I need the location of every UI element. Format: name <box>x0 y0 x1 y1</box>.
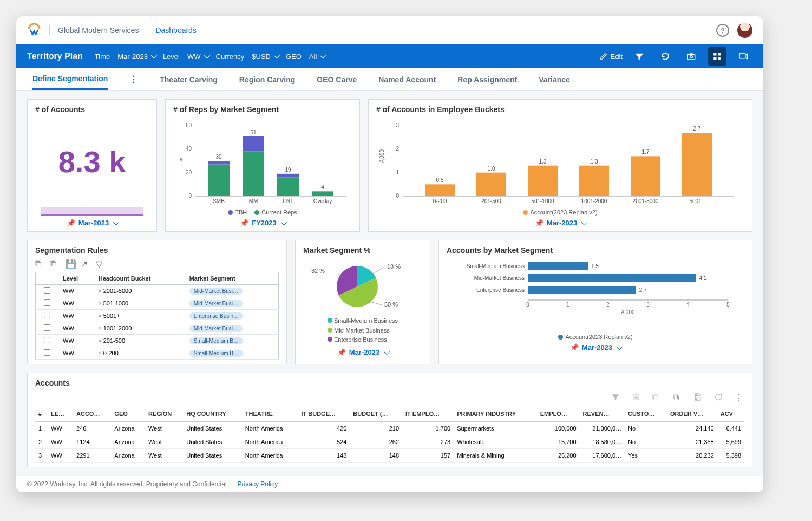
svg-rect-63 <box>528 274 696 282</box>
edit-label: Edit <box>611 53 623 61</box>
svg-text:MM: MM <box>249 198 258 204</box>
svg-text:2: 2 <box>606 302 610 308</box>
accounts-table: #LE…ACCO…GEOREGIONHQ COUNTRYTHEATREIT BU… <box>35 406 744 463</box>
svg-text:1.0: 1.0 <box>488 166 495 172</box>
grid-view-icon[interactable] <box>708 47 726 66</box>
table-row[interactable]: 1WW246ArizonaWestUnited StatesNorth Amer… <box>35 422 744 435</box>
svg-rect-41 <box>528 166 558 196</box>
tab-theater-carving[interactable]: Theater Carving <box>160 70 218 89</box>
breadcrumb-dashboards[interactable]: Dashboards <box>155 26 197 35</box>
footer-privacy-link[interactable]: Privacy Policy <box>238 480 278 488</box>
avatar[interactable] <box>737 23 752 38</box>
row-checkbox[interactable] <box>44 299 50 306</box>
acct-export-icon[interactable] <box>632 393 641 402</box>
acct-save-icon[interactable] <box>693 393 703 402</box>
filter-level[interactable]: WW <box>187 53 208 61</box>
svg-rect-14 <box>208 161 230 165</box>
tabs: Define Segmentation ⋮ Theater Carving Re… <box>16 68 763 91</box>
card-buckets-title: # of Accounts in Employee Buckets <box>376 105 744 114</box>
seg-tool-2-icon[interactable]: ⧉ <box>50 259 60 269</box>
acct-tool3-icon[interactable]: ⧉ <box>652 393 662 402</box>
svg-text:20: 20 <box>186 170 192 175</box>
tab-rep-assignment[interactable]: Rep Assignment <box>457 70 517 89</box>
table-row[interactable]: WW×1001-2000Mid-Market Busi… <box>36 322 279 335</box>
accounts-toolbar: ⧉ ⧉ ⋮ <box>35 389 744 406</box>
edit-button[interactable]: Edit <box>600 53 623 61</box>
buckets-pin[interactable]: 📌Mar-2023 <box>376 219 744 227</box>
buckets-legend: Account(2023 Replan v2) <box>376 209 744 216</box>
svg-text:5001+: 5001+ <box>689 198 704 204</box>
accounts-big-number: 8.3 k <box>35 116 149 207</box>
table-row[interactable]: WW×501-1000Mid-Market Busi… <box>36 297 279 310</box>
filter-currency[interactable]: $USD <box>252 53 278 61</box>
acct-tool4-icon[interactable]: ⧉ <box>673 393 683 402</box>
pin-icon: 📌 <box>535 219 543 227</box>
tab-named-account[interactable]: Named Account <box>378 70 436 89</box>
seg-tool-4-icon[interactable]: ↗ <box>81 259 90 269</box>
table-row[interactable]: 2WW1124ArizonaWestUnited StatesNorth Ame… <box>35 435 744 449</box>
table-row[interactable]: WW×0-200Small-Medium B… <box>36 347 279 360</box>
card-hbar-title: Accounts by Market Segment <box>447 246 744 255</box>
table-row[interactable]: WW×201-500Small-Medium B… <box>36 335 279 347</box>
tab-variance[interactable]: Variance <box>539 70 570 89</box>
breadcrumb-company[interactable]: Global Modern Services <box>58 26 139 35</box>
svg-rect-22 <box>277 174 299 178</box>
topbar: Global Modern Services Dashboards ? <box>16 16 763 44</box>
svg-rect-0 <box>687 54 695 60</box>
svg-rect-66 <box>528 286 636 294</box>
tab-region-carving[interactable]: Region Carving <box>239 70 295 89</box>
segment-pill[interactable]: Mid-Market Busi… <box>189 325 243 332</box>
row-checkbox[interactable] <box>44 349 50 356</box>
row-checkbox[interactable] <box>44 324 50 331</box>
segment-pill[interactable]: Small-Medium B… <box>189 350 243 357</box>
row-checkbox[interactable] <box>44 312 50 318</box>
pin-icon: 📌 <box>570 343 579 351</box>
svg-rect-2 <box>713 53 716 55</box>
pie-pin-label: Mar-2023 <box>349 348 379 356</box>
camera-icon[interactable] <box>682 47 700 66</box>
card-accounts-title: # of Accounts <box>35 105 149 114</box>
segment-pill[interactable]: Mid-Market Busi… <box>189 288 243 295</box>
svg-text:32 %: 32 % <box>311 268 325 274</box>
svg-text:2: 2 <box>396 146 399 152</box>
segrules-toolbar: ⧉ ⧉ 💾 ↗ ▽ <box>35 259 279 269</box>
present-icon[interactable] <box>734 47 752 66</box>
filter-time[interactable]: Mar-2023 <box>117 53 155 61</box>
accounts-pin[interactable]: 📌Mar-2023 <box>35 219 149 227</box>
acct-more-icon[interactable]: ⋮ <box>735 393 744 402</box>
table-row[interactable]: WW×5001+Enterprise Busin… <box>36 310 279 322</box>
workday-logo[interactable] <box>27 23 41 37</box>
segment-pill[interactable]: Small-Medium B… <box>189 337 243 344</box>
acct-filter-icon[interactable] <box>611 393 621 402</box>
refresh-icon[interactable] <box>656 47 675 66</box>
footer-copyright: © 2022 Workday, Inc. All rights reserved… <box>27 480 227 488</box>
tab-more-icon[interactable]: ⋮ <box>129 74 138 84</box>
help-icon[interactable]: ? <box>716 24 729 37</box>
filter-geo-label: GEO <box>286 53 302 61</box>
reps-pin[interactable]: 📌FY2023 <box>173 219 352 227</box>
hbar-pin[interactable]: 📌Mar-2023 <box>447 343 744 351</box>
acct-refresh-icon[interactable] <box>714 393 724 402</box>
card-reps: # of Reps by Market Segment 0204060#30SM… <box>165 99 360 232</box>
segment-pill[interactable]: Enterprise Busin… <box>189 312 243 320</box>
table-row[interactable]: WW×2001-5000Mid-Market Busi… <box>36 285 279 297</box>
svg-text:1.3: 1.3 <box>539 159 547 165</box>
svg-rect-50 <box>682 133 712 196</box>
seg-tool-1-icon[interactable]: ⧉ <box>35 259 45 269</box>
row-checkbox[interactable] <box>44 337 50 343</box>
pie-pin[interactable]: 📌Mar-2023 <box>303 348 422 356</box>
svg-text:4.2: 4.2 <box>699 275 707 281</box>
filter-icon[interactable] <box>630 47 649 66</box>
svg-text:0: 0 <box>188 193 192 199</box>
segment-pill[interactable]: Mid-Market Busi… <box>189 300 243 307</box>
pin-icon: 📌 <box>67 219 75 227</box>
svg-rect-25 <box>312 191 333 196</box>
row-checkbox[interactable] <box>44 287 50 294</box>
svg-text:1001-2000: 1001-2000 <box>581 198 607 204</box>
seg-filter-icon[interactable]: ▽ <box>96 259 106 269</box>
table-row[interactable]: 3WW2291ArizonaWestUnited StatesNorth Ame… <box>35 449 744 463</box>
tab-define-segmentation[interactable]: Define Segmentation <box>32 69 108 90</box>
seg-save-icon[interactable]: 💾 <box>66 259 75 269</box>
tab-geo-carve[interactable]: GEO Carve <box>317 70 357 89</box>
filter-geo[interactable]: All <box>309 53 324 61</box>
